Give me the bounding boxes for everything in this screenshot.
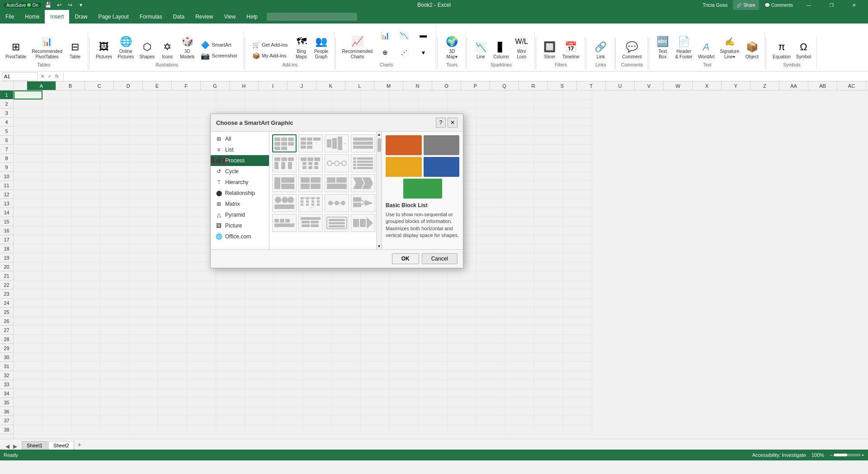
cell-F25[interactable] bbox=[158, 308, 187, 317]
row-header-2[interactable]: 2 bbox=[0, 100, 13, 109]
col-header-w[interactable]: W bbox=[664, 81, 693, 90]
cell-A10[interactable] bbox=[14, 172, 42, 181]
smartart-item-16[interactable] bbox=[351, 194, 375, 212]
sheet-nav-left[interactable]: ◀ bbox=[4, 443, 11, 450]
row-header-38[interactable]: 38 bbox=[0, 425, 13, 434]
cell-D5[interactable] bbox=[100, 127, 129, 136]
cell-J38[interactable] bbox=[274, 425, 303, 434]
cell-K30[interactable] bbox=[303, 353, 332, 362]
tab-data[interactable]: Data bbox=[168, 10, 190, 24]
cell-T19[interactable] bbox=[563, 253, 592, 262]
cell-I24[interactable] bbox=[245, 299, 274, 308]
col-header-h[interactable]: H bbox=[230, 81, 259, 90]
cell-C11[interactable] bbox=[71, 181, 100, 190]
col-header-j[interactable]: J bbox=[288, 81, 316, 90]
cell-P2[interactable] bbox=[448, 100, 476, 109]
cell-B9[interactable] bbox=[42, 163, 71, 172]
smartart-item-18[interactable] bbox=[298, 214, 323, 232]
shapes-btn[interactable]: ⬡ Shapes bbox=[137, 39, 156, 61]
add-sheet-btn[interactable]: + bbox=[75, 440, 84, 450]
equation-btn[interactable]: π Equation bbox=[771, 39, 792, 61]
cell-M29[interactable] bbox=[361, 344, 390, 353]
cell-K2[interactable] bbox=[303, 100, 332, 109]
col-header-b[interactable]: B bbox=[56, 81, 85, 90]
cell-n1[interactable] bbox=[390, 90, 419, 100]
cell-C37[interactable] bbox=[71, 416, 100, 425]
cell-F6[interactable] bbox=[158, 136, 187, 145]
cell-R2[interactable] bbox=[505, 100, 534, 109]
cell-F37[interactable] bbox=[158, 416, 187, 425]
row-header-25[interactable]: 25 bbox=[0, 308, 13, 317]
cell-Q3[interactable] bbox=[476, 109, 505, 118]
cell-B36[interactable] bbox=[42, 407, 71, 416]
cell-E19[interactable] bbox=[129, 253, 158, 262]
cell-G21[interactable] bbox=[187, 271, 216, 280]
scatter-chart-btn[interactable]: ⋰ bbox=[395, 44, 413, 61]
cell-D25[interactable] bbox=[100, 308, 129, 317]
sidebar-item-relationship[interactable]: ⬤ Relationship bbox=[211, 188, 269, 199]
cell-L33[interactable] bbox=[332, 380, 361, 389]
cell-t1[interactable] bbox=[563, 90, 592, 100]
cell-L23[interactable] bbox=[332, 289, 361, 299]
cell-F16[interactable] bbox=[158, 226, 187, 235]
recommended-charts-btn[interactable]: 📈 RecommendedCharts bbox=[340, 33, 375, 61]
cell-T38[interactable] bbox=[563, 425, 592, 434]
cell-K37[interactable] bbox=[303, 416, 332, 425]
cell-O26[interactable] bbox=[419, 317, 448, 326]
cell-l1[interactable] bbox=[332, 90, 361, 100]
cell-L28[interactable] bbox=[332, 335, 361, 344]
cell-C22[interactable] bbox=[71, 280, 100, 289]
tab-page-layout[interactable]: Page Layout bbox=[93, 10, 134, 24]
row-header-5[interactable]: 5 bbox=[0, 127, 13, 136]
cell-T13[interactable] bbox=[563, 199, 592, 208]
cell-A35[interactable] bbox=[14, 398, 42, 407]
cell-A26[interactable] bbox=[14, 317, 42, 326]
cell-P27[interactable] bbox=[448, 326, 476, 335]
cell-L35[interactable] bbox=[332, 398, 361, 407]
sidebar-item-officecom[interactable]: 🌐 Office.com bbox=[211, 231, 269, 242]
icons-btn[interactable]: ✡ Icons bbox=[158, 39, 176, 61]
cell-S26[interactable] bbox=[534, 317, 563, 326]
cell-S14[interactable] bbox=[534, 208, 563, 217]
cell-T2[interactable] bbox=[563, 100, 592, 109]
cell-C23[interactable] bbox=[71, 289, 100, 299]
cell-K34[interactable] bbox=[303, 389, 332, 398]
col-header-f[interactable]: F bbox=[172, 81, 201, 90]
smartart-item-11[interactable] bbox=[325, 174, 349, 192]
share-btn[interactable]: 🔗 Share bbox=[733, 0, 759, 10]
cell-J25[interactable] bbox=[274, 308, 303, 317]
link-btn[interactable]: 🔗 Link bbox=[592, 39, 610, 61]
cell-F29[interactable] bbox=[158, 344, 187, 353]
cell-B31[interactable] bbox=[42, 362, 71, 371]
cell-D7[interactable] bbox=[100, 145, 129, 154]
cell-C20[interactable] bbox=[71, 262, 100, 271]
cell-N30[interactable] bbox=[390, 353, 419, 362]
cell-M26[interactable] bbox=[361, 317, 390, 326]
cell-N38[interactable] bbox=[390, 425, 419, 434]
tab-help[interactable]: Help bbox=[241, 10, 263, 24]
minimize-btn[interactable]: — bbox=[798, 0, 819, 10]
col-header-t[interactable]: T bbox=[577, 81, 606, 90]
cell-L26[interactable] bbox=[332, 317, 361, 326]
cell-B35[interactable] bbox=[42, 398, 71, 407]
cell-J21[interactable] bbox=[274, 271, 303, 280]
cell-C34[interactable] bbox=[71, 389, 100, 398]
tab-file[interactable]: File bbox=[0, 10, 19, 24]
smartart-item-9[interactable]: → bbox=[272, 174, 297, 192]
bing-maps-btn[interactable]: 🗺 BingMaps bbox=[292, 33, 311, 61]
cell-A19[interactable] bbox=[14, 253, 42, 262]
cell-O32[interactable] bbox=[419, 371, 448, 380]
cell-O37[interactable] bbox=[419, 416, 448, 425]
col-header-x[interactable]: X bbox=[693, 81, 722, 90]
3d-map-btn[interactable]: 🌍 3DMap▾ bbox=[443, 33, 461, 61]
cell-Q6[interactable] bbox=[476, 136, 505, 145]
cell-K36[interactable] bbox=[303, 407, 332, 416]
row-header-4[interactable]: 4 bbox=[0, 118, 13, 127]
cell-E10[interactable] bbox=[129, 172, 158, 181]
cell-E38[interactable] bbox=[129, 425, 158, 434]
cell-q1[interactable] bbox=[476, 90, 505, 100]
cell-R26[interactable] bbox=[505, 317, 534, 326]
cell-J32[interactable] bbox=[274, 371, 303, 380]
cell-F31[interactable] bbox=[158, 362, 187, 371]
cell-C14[interactable] bbox=[71, 208, 100, 217]
